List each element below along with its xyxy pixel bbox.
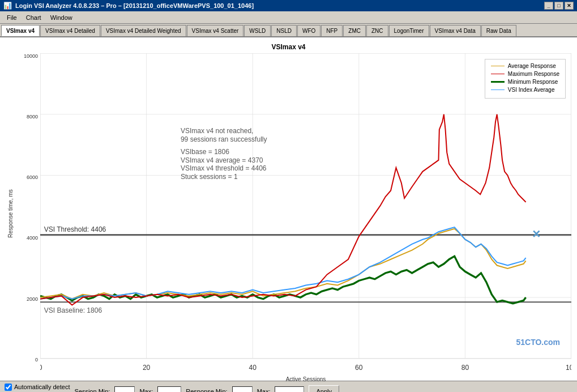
y-tick: 2000 [27, 296, 38, 302]
svg-text:80: 80 [461, 364, 469, 372]
watermark: 51CTO.com [516, 338, 560, 347]
x-axis-label: Active Sessions [40, 376, 571, 382]
session-max-input[interactable]: 101 [157, 386, 181, 392]
y-tick: 4000 [27, 235, 38, 241]
tab-vsimax-v4-detailed-weighted[interactable]: VSImax v4 Detailed Weighted [101, 25, 186, 36]
controls-area: Automatically detect Mouse zoom Session … [0, 381, 577, 392]
legend-item: Maximum Response [491, 71, 559, 77]
legend-color-line [491, 74, 505, 75]
legend-color-line [491, 90, 505, 91]
tab-nfp[interactable]: NFP [321, 25, 343, 36]
tab-znc[interactable]: ZNC [366, 25, 388, 36]
chart-container: VSImax v4 Response time, ms 100008000600… [0, 37, 577, 381]
response-max-label: Max: [257, 388, 271, 392]
tab-zmc[interactable]: ZMC [343, 25, 366, 36]
y-tick: 6000 [27, 174, 38, 180]
response-max-input[interactable]: 10000 [275, 386, 304, 392]
legend-color-line [491, 81, 505, 83]
y-tick: 8000 [27, 114, 38, 120]
legend-item: Minimum Response [491, 79, 559, 85]
tab-bar: VSImax v4VSImax v4 DetailedVSImax v4 Det… [0, 24, 577, 37]
tab-raw-data[interactable]: Raw Data [481, 25, 516, 36]
legend: Average ResponseMaximum ResponseMinimum … [485, 59, 566, 99]
legend-label: Minimum Response [508, 79, 558, 85]
legend-item: Average Response [491, 63, 559, 69]
response-min-input[interactable]: 0 [232, 386, 253, 392]
svg-rect-0 [40, 53, 571, 359]
menu-chart[interactable]: Chart [22, 13, 46, 22]
svg-text:✕: ✕ [532, 228, 541, 240]
menu-bar: File Chart Window [0, 11, 577, 24]
legend-label: VSI Index Average [508, 87, 555, 93]
tab-wfo[interactable]: WFO [297, 25, 320, 36]
tab-logontimer[interactable]: LogonTimer [389, 25, 429, 36]
legend-label: Maximum Response [508, 71, 559, 77]
legend-label: Average Response [508, 63, 556, 69]
svg-text:Stuck sessions = 1: Stuck sessions = 1 [181, 173, 238, 181]
y-axis-label: Response time, ms [6, 53, 15, 374]
tab-wsld[interactable]: WSLD [244, 25, 271, 36]
chart-area: Response time, ms 1000080006000400020000 [6, 53, 571, 374]
app-icon: 📊 [3, 2, 12, 10]
menu-file[interactable]: File [2, 13, 22, 22]
auto-detect-label: Automatically detect [14, 384, 70, 390]
svg-text:VSI Baseline: 1806: VSI Baseline: 1806 [44, 306, 102, 314]
chart-svg: VSI Threshold: 4406 VSI Baseline: 1806 ✕… [40, 53, 571, 374]
legend-item: VSI Index Average [491, 87, 559, 93]
session-min-label: Session Min: [74, 388, 110, 392]
svg-text:VSImax v4 average = 4370: VSImax v4 average = 4370 [181, 156, 263, 164]
tab-vsimax-v4-detailed[interactable]: VSImax v4 Detailed [40, 25, 100, 36]
restore-button[interactable]: □ [554, 2, 563, 10]
y-tick: 0 [35, 357, 38, 363]
svg-text:40: 40 [249, 364, 257, 372]
tab-vsimax-v4[interactable]: VSImax v4 [1, 25, 40, 36]
response-min-label: Response Min: [186, 388, 227, 392]
svg-text:100: 100 [566, 364, 571, 372]
menu-window[interactable]: Window [46, 13, 77, 22]
svg-text:VSImax v4 not reached,: VSImax v4 not reached, [181, 127, 254, 135]
legend-color-line [491, 66, 505, 67]
svg-text:0: 0 [40, 364, 42, 372]
y-tick: 10000 [24, 53, 38, 59]
chart-svg-container[interactable]: VSI Threshold: 4406 VSI Baseline: 1806 ✕… [40, 53, 571, 374]
main-content: VSImax v4 Response time, ms 100008000600… [0, 37, 577, 392]
svg-text:VSImax v4 threshold = 4406: VSImax v4 threshold = 4406 [181, 164, 267, 172]
tab-vsimax-v4-scatter[interactable]: VSImax v4 Scatter [187, 25, 244, 36]
session-max-label: Max: [139, 388, 153, 392]
y-axis: 1000080006000400020000 [15, 53, 40, 374]
auto-detect-checkbox-label[interactable]: Automatically detect [5, 384, 70, 391]
window-title: Login VSI Analyzer 4.0.8.233 – Pro – [20… [15, 2, 254, 9]
svg-text:60: 60 [355, 364, 363, 372]
auto-detect-checkbox[interactable] [5, 384, 12, 391]
title-bar: 📊 Login VSI Analyzer 4.0.8.233 – Pro – [… [0, 0, 577, 11]
tab-nsld[interactable]: NSLD [271, 25, 297, 36]
close-button[interactable]: ✕ [565, 2, 574, 10]
svg-text:VSIbase = 1806: VSIbase = 1806 [181, 148, 229, 156]
svg-text:20: 20 [143, 364, 151, 372]
title-bar-left: 📊 Login VSI Analyzer 4.0.8.233 – Pro – [… [3, 2, 254, 10]
minimize-button[interactable]: _ [544, 2, 553, 10]
chart-title: VSImax v4 [6, 43, 571, 51]
tab-vsimax-v4-data[interactable]: VSImax v4 Data [430, 25, 481, 36]
controls-row1: Automatically detect Mouse zoom Session … [5, 384, 572, 392]
apply-button[interactable]: Apply [309, 385, 339, 392]
session-min-input[interactable]: 0 [114, 386, 135, 392]
svg-text:99 sessions ran successfully: 99 sessions ran successfully [181, 135, 268, 143]
title-bar-controls[interactable]: _ □ ✕ [544, 2, 574, 10]
svg-text:VSI Threshold: 4406: VSI Threshold: 4406 [44, 225, 106, 233]
